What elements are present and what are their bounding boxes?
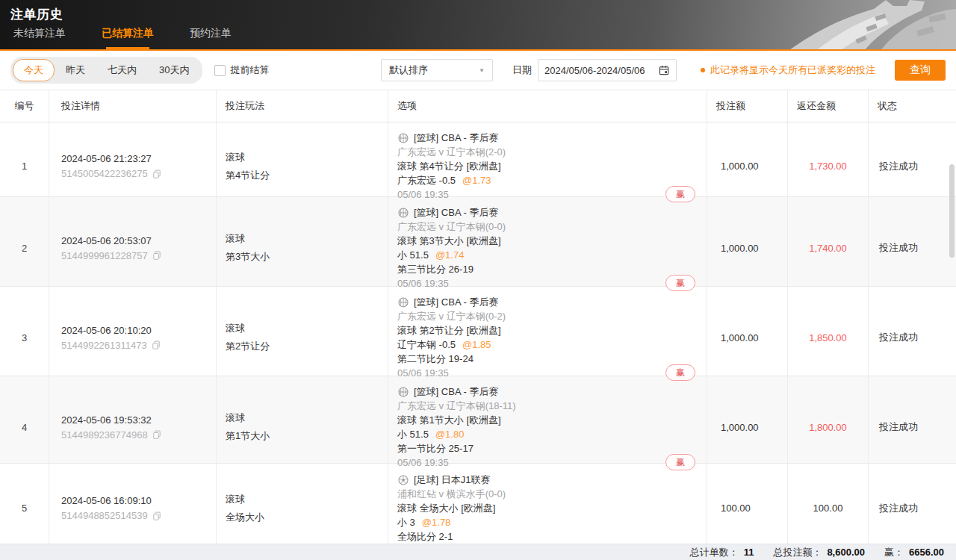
col-header-payout: 返还金额 xyxy=(788,90,869,122)
teams-line: 广东宏远 v 辽宁本钢(0-2) xyxy=(397,309,698,323)
date-range-input[interactable]: 2024/05/06-2024/05/06 xyxy=(538,59,677,81)
bet-time: 2024-05-06 19:53:32 xyxy=(61,414,216,426)
play-market: 第2节让分 xyxy=(226,340,388,353)
page-title: 注单历史 xyxy=(10,6,63,23)
great-wall-decoration xyxy=(762,0,956,51)
bet-id: 5144992261311473 xyxy=(61,340,147,351)
odds-value: @1.85 xyxy=(462,337,491,352)
score-line: 第一节比分 25-17 xyxy=(397,441,698,455)
stake-amount: 1,000.00 xyxy=(707,197,788,299)
filter-7days[interactable]: 七天内 xyxy=(96,59,148,81)
tab-unsettled[interactable]: 未结算注单 xyxy=(10,27,69,49)
sport-icon xyxy=(397,207,409,219)
play-market: 第4节让分 xyxy=(226,169,388,182)
sort-select[interactable]: 默认排序 ▼ xyxy=(381,59,493,81)
bet-time: 2024-05-06 20:10:20 xyxy=(61,325,216,336)
col-header-stake: 投注额 xyxy=(707,90,788,122)
betting-history-page: 注单历史 未结算注单 已结算注单 预约注单 今天 昨天 七天内 30天内 提前结… xyxy=(0,0,956,560)
score-line: 第二节比分 19-24 xyxy=(397,352,698,366)
filter-today[interactable]: 今天 xyxy=(13,59,55,81)
league-line: [篮球] CBA - 季后赛 xyxy=(397,295,698,309)
market-line: 滚球 第2节让分 [欧洲盘] xyxy=(397,323,698,337)
teams-line: 广东宏远 v 辽宁本钢(0-0) xyxy=(397,220,698,234)
table-row: 4 2024-05-06 19:53:32 5144989236774968 滚… xyxy=(0,376,956,464)
play-type: 滚球 xyxy=(226,151,388,164)
notice-text: 此记录将显示今天所有已派奖彩的投注 xyxy=(701,63,875,77)
league-line: [篮球] CBA - 季后赛 xyxy=(397,205,698,220)
status-text: 投注成功 xyxy=(869,376,956,478)
odds-value: @1.73 xyxy=(462,173,491,187)
copy-icon[interactable] xyxy=(152,511,162,521)
col-header-selection: 选项 xyxy=(388,90,707,122)
status-text: 投注成功 xyxy=(869,197,956,299)
row-number: 3 xyxy=(0,287,49,388)
stake-amount: 1,000.00 xyxy=(707,287,788,388)
early-settle-checkbox[interactable]: 提前结算 xyxy=(214,63,269,77)
search-button[interactable]: 查询 xyxy=(895,60,946,81)
copy-icon[interactable] xyxy=(151,340,161,350)
early-settle-label: 提前结算 xyxy=(230,63,269,77)
copy-icon[interactable] xyxy=(152,169,162,179)
copy-icon[interactable] xyxy=(152,429,162,440)
status-text: 投注成功 xyxy=(869,287,956,388)
pick-line: 辽宁本钢 -0.5@1.85 xyxy=(397,337,698,352)
sport-icon xyxy=(397,386,409,398)
row-number: 5 xyxy=(0,464,49,553)
summary-stake-label: 总投注额： xyxy=(773,546,822,559)
tab-reserved[interactable]: 预约注单 xyxy=(187,27,235,49)
bet-time: 2024-05-06 16:09:10 xyxy=(61,495,216,506)
market-line: 滚球 第4节让分 [欧洲盘] xyxy=(397,159,698,173)
table-row: 1 2024-05-06 21:23:27 5145005422236275 滚… xyxy=(0,122,956,197)
play-market: 第1节大小 xyxy=(226,429,388,443)
chevron-down-icon: ▼ xyxy=(479,67,485,74)
calendar-icon[interactable] xyxy=(658,64,670,76)
summary-bar: 总计单数： 11 总投注额： 8,600.00 赢： 6656.00 xyxy=(0,544,956,560)
market-line: 滚球 全场大小 [欧洲盘] xyxy=(397,501,698,515)
play-market: 全场大小 xyxy=(226,511,388,524)
col-header-playtype: 投注玩法 xyxy=(217,90,388,122)
sport-icon xyxy=(397,132,409,144)
col-header-no: 编号 xyxy=(0,90,49,122)
score-line: 第三节比分 26-19 xyxy=(397,262,698,276)
pick-line: 小 51.5@1.74 xyxy=(397,248,698,262)
pick-line: 小 3@1.78 xyxy=(397,515,698,529)
active-tab-underline xyxy=(106,47,149,49)
teams-line: 广东宏远 v 辽宁本钢(2-0) xyxy=(397,145,698,159)
odds-value: @1.78 xyxy=(422,515,451,529)
table-body: 1 2024-05-06 21:23:27 5145005422236275 滚… xyxy=(0,122,956,553)
filter-yesterday[interactable]: 昨天 xyxy=(55,59,96,81)
status-text: 投注成功 xyxy=(869,464,956,553)
payout-amount: 100.00 xyxy=(788,464,869,553)
col-header-detail: 投注详情 xyxy=(49,90,217,122)
odds-value: @1.74 xyxy=(435,248,465,262)
market-line: 滚球 第3节大小 [欧洲盘] xyxy=(397,234,698,248)
bet-id: 5144948852514539 xyxy=(61,510,148,521)
pick-line: 小 51.5@1.80 xyxy=(397,427,698,441)
tab-settled[interactable]: 已结算注单 xyxy=(99,27,157,49)
page-header: 注单历史 未结算注单 已结算注单 预约注单 xyxy=(0,0,956,51)
teams-line: 广东宏远 v 辽宁本钢(18-11) xyxy=(397,399,698,413)
scrollbar[interactable] xyxy=(949,164,955,258)
table-row: 3 2024-05-06 20:10:20 5144992261311473 滚… xyxy=(0,287,956,376)
notice-label: 此记录将显示今天所有已派奖彩的投注 xyxy=(710,63,875,77)
league-line: [篮球] CBA - 季后赛 xyxy=(397,131,698,145)
filter-30days[interactable]: 30天内 xyxy=(148,59,200,81)
sport-icon xyxy=(397,296,409,308)
league-line: [篮球] CBA - 季后赛 xyxy=(397,385,698,399)
market-line: 滚球 第1节大小 [欧洲盘] xyxy=(397,413,698,427)
play-type: 滚球 xyxy=(226,493,388,506)
summary-count-value: 11 xyxy=(744,547,754,558)
teams-line: 浦和红钻 v 横滨水手(0-0) xyxy=(397,487,698,501)
stake-amount: 1,000.00 xyxy=(707,376,788,478)
notice-dot-icon xyxy=(701,68,705,72)
table-row: 5 2024-05-06 16:09:10 5144948852514539 滚… xyxy=(0,464,956,553)
copy-icon[interactable] xyxy=(152,250,162,261)
checkbox-icon[interactable] xyxy=(214,65,226,76)
date-label: 日期 xyxy=(512,63,532,77)
score-line: 全场比分 2-1 xyxy=(397,529,698,544)
bet-id: 5144989236774968 xyxy=(61,429,148,441)
filter-bar: 今天 昨天 七天内 30天内 提前结算 默认排序 ▼ 日期 2024/05/06… xyxy=(0,51,956,90)
row-number: 4 xyxy=(0,376,49,478)
summary-win-value: 6656.00 xyxy=(909,547,944,558)
league-line: [足球] 日本J1联赛 xyxy=(397,473,698,487)
